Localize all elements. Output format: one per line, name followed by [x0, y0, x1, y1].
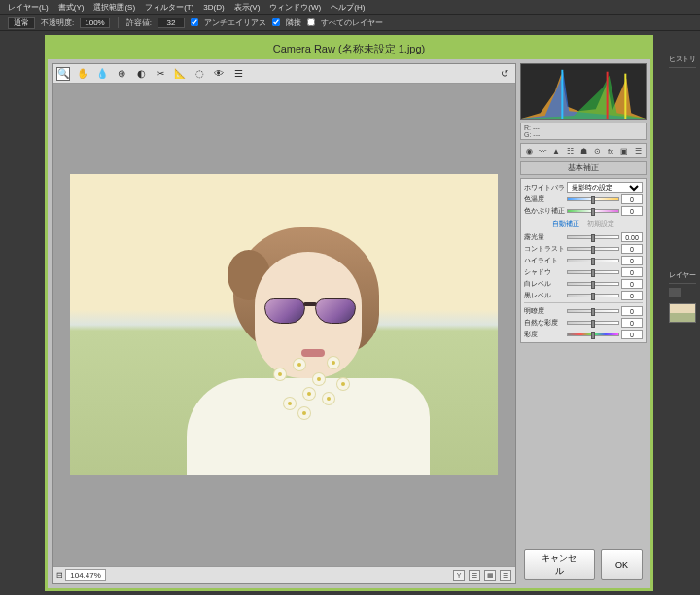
- opacity-label: 不透明度:: [41, 18, 74, 28]
- zoom-prefix-icon: ⊟: [56, 571, 63, 579]
- antialias-label: アンチエイリアス: [204, 18, 266, 28]
- saturation-value[interactable]: 0: [621, 330, 643, 339]
- clarity-slider[interactable]: [567, 309, 619, 313]
- vibrance-slider[interactable]: [567, 321, 619, 325]
- prefs-tool-icon[interactable]: ☰: [231, 67, 245, 81]
- basic-panel: ホワイトバランス : 撮影時の設定 色温度0 色かぶり補正0 自動補正初期設定 …: [520, 178, 647, 343]
- detail-tab-icon[interactable]: ▲: [550, 145, 562, 157]
- menu-filter[interactable]: フィルター(T): [145, 2, 193, 13]
- whites-value[interactable]: 0: [621, 279, 643, 289]
- blacks-slider[interactable]: [567, 294, 619, 298]
- menu-icon[interactable]: ☰: [500, 570, 511, 581]
- svg-rect-1: [607, 72, 609, 119]
- spot-tool-icon[interactable]: ◌: [192, 67, 206, 81]
- auto-link[interactable]: 自動補正: [552, 219, 579, 228]
- tint-value[interactable]: 0: [621, 206, 643, 216]
- menu-format[interactable]: 書式(Y): [58, 2, 85, 13]
- saturation-slider[interactable]: [567, 332, 619, 336]
- layer-row[interactable]: [669, 288, 696, 298]
- vibrance-value[interactable]: 0: [621, 318, 643, 328]
- sampler-tool-icon[interactable]: ⊕: [115, 67, 128, 81]
- wb-tool-icon[interactable]: 💧: [95, 67, 109, 81]
- alllayers-checkbox[interactable]: [307, 18, 315, 26]
- wb-label: ホワイトバランス :: [524, 183, 565, 192]
- opacity-value[interactable]: 100%: [80, 18, 109, 28]
- menu-view[interactable]: 表示(V): [234, 2, 261, 13]
- svg-rect-2: [624, 74, 626, 119]
- shadow-clip-icon[interactable]: Y: [453, 570, 465, 581]
- blacks-value[interactable]: 0: [621, 291, 643, 300]
- clarity-label: 明瞭度: [524, 306, 565, 316]
- hilite-clip-icon[interactable]: ▦: [484, 570, 496, 581]
- fx-tab-icon[interactable]: fx: [605, 145, 616, 157]
- shadows-slider[interactable]: [567, 270, 619, 274]
- antialias-checkbox[interactable]: [191, 18, 198, 26]
- zoom-value[interactable]: 104.47%: [65, 569, 106, 581]
- ok-button[interactable]: OK: [601, 549, 643, 580]
- app-menubar: レイヤー(L) 書式(Y) 選択範囲(S) フィルター(T) 3D(D) 表示(…: [0, 0, 700, 14]
- tolerance-value[interactable]: 32: [158, 18, 185, 28]
- histogram[interactable]: [520, 63, 647, 120]
- contrast-value[interactable]: 0: [621, 244, 643, 254]
- rgb-readout: R: --- G: ---: [520, 122, 647, 140]
- menu-window[interactable]: ウィンドウ(W): [269, 2, 321, 13]
- targeted-tool-icon[interactable]: ◐: [134, 67, 148, 81]
- settings-panel: R: --- G: --- ◉ 〰 ▲ ☷ ☗ ⊙ fx ▣ ☰ 基本補正 ホワ…: [520, 63, 647, 584]
- straighten-tool-icon[interactable]: 📐: [173, 67, 187, 81]
- menu-3d[interactable]: 3D(D): [203, 3, 224, 12]
- saturation-label: 彩度: [524, 330, 565, 339]
- hand-tool-icon[interactable]: ✋: [76, 67, 89, 81]
- preset-tab-icon[interactable]: ☰: [632, 145, 644, 157]
- history-panel-header[interactable]: ヒストリ: [669, 54, 696, 68]
- lens-tab-icon[interactable]: ⊙: [591, 145, 603, 157]
- rotate-ccw-icon[interactable]: ↺: [498, 67, 511, 81]
- crop-tool-icon[interactable]: ✂: [154, 67, 167, 81]
- preview-canvas[interactable]: [52, 84, 515, 566]
- clarity-value[interactable]: 0: [621, 306, 643, 316]
- temp-value[interactable]: 0: [621, 194, 643, 204]
- contrast-slider[interactable]: [567, 247, 619, 251]
- highlights-slider[interactable]: [567, 259, 619, 262]
- dialog-title: Camera Raw (名称未設定 1.jpg): [273, 42, 425, 56]
- visibility-icon[interactable]: [669, 288, 681, 298]
- blacks-label: 黒レベル: [524, 291, 565, 300]
- blend-mode-select[interactable]: 通常: [8, 17, 35, 29]
- basic-tab-icon[interactable]: ◉: [523, 145, 535, 157]
- temp-slider[interactable]: [567, 197, 619, 201]
- svg-rect-0: [561, 70, 563, 119]
- split-tab-icon[interactable]: ☗: [578, 145, 589, 157]
- highlights-label: ハイライト: [524, 256, 565, 265]
- cal-tab-icon[interactable]: ▣: [618, 145, 630, 157]
- exposure-value[interactable]: 0.00: [621, 232, 643, 242]
- preview-panel: 🔍 ✋ 💧 ⊕ ◐ ✂ 📐 ◌ 👁 ☰ ↺: [52, 63, 516, 584]
- g-value: G: ---: [524, 131, 643, 138]
- exposure-slider[interactable]: [567, 235, 619, 239]
- contiguous-checkbox[interactable]: [272, 18, 280, 26]
- filmstrip-icon[interactable]: ☰: [469, 570, 480, 581]
- contrast-label: コントラスト: [524, 244, 565, 254]
- redeye-tool-icon[interactable]: 👁: [212, 67, 226, 81]
- wb-select[interactable]: 撮影時の設定: [567, 182, 643, 193]
- shadows-value[interactable]: 0: [621, 267, 643, 277]
- curve-tab-icon[interactable]: 〰: [537, 145, 548, 157]
- zoom-tool-icon[interactable]: 🔍: [56, 67, 70, 81]
- contiguous-label: 隣接: [286, 18, 301, 28]
- menu-layer[interactable]: レイヤー(L): [8, 2, 49, 13]
- whites-slider[interactable]: [567, 282, 619, 286]
- options-bar: 通常 不透明度: 100% 許容値: 32 アンチエイリアス 隣接 すべてのレイ…: [0, 14, 700, 31]
- highlights-value[interactable]: 0: [621, 256, 643, 265]
- alllayers-label: すべてのレイヤー: [321, 18, 383, 28]
- layer-thumbnail[interactable]: [669, 303, 696, 323]
- menu-help[interactable]: ヘルプ(H): [331, 2, 365, 13]
- menu-select[interactable]: 選択範囲(S): [93, 2, 135, 13]
- panel-tabs: ◉ 〰 ▲ ☷ ☗ ⊙ fx ▣ ☰: [520, 143, 647, 158]
- default-link[interactable]: 初期設定: [587, 219, 614, 228]
- layers-panel-header[interactable]: レイヤー: [669, 270, 696, 284]
- vibrance-label: 自然な彩度: [524, 318, 565, 328]
- shadows-label: シャドウ: [524, 267, 565, 277]
- tint-slider[interactable]: [567, 209, 619, 213]
- dialog-titlebar[interactable]: Camera Raw (名称未設定 1.jpg): [48, 38, 650, 59]
- temp-label: 色温度: [524, 194, 565, 204]
- hsl-tab-icon[interactable]: ☷: [564, 145, 576, 157]
- cancel-button[interactable]: キャンセル: [524, 549, 595, 580]
